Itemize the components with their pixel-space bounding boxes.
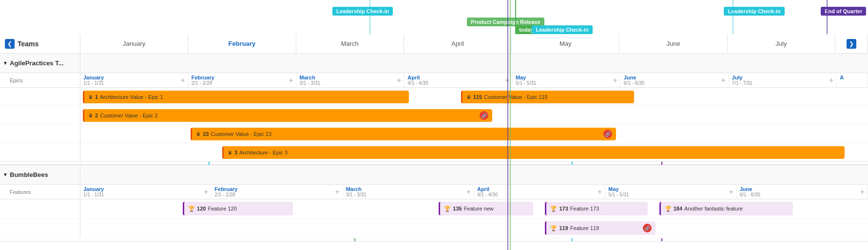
team-label-bumblebees: ▾ BumbleBees [0,165,80,184]
month-header-apr: April [404,34,512,53]
teams-label: Teams [18,40,39,48]
team1-feb-add[interactable]: + [289,77,293,84]
marker-leadership-checkin-1: Leadership Check-in [332,7,393,16]
feature-bar-135[interactable]: 🏆 135 Feature new [439,202,533,215]
link-icon-119[interactable]: 🔗 [643,224,652,232]
team2-jan-add[interactable]: + [204,188,208,196]
epic-row-3-grid: ♛ 23 Customer Value - Epic 23 🔗 [80,125,868,143]
team2-feb-add[interactable]: + [335,188,339,196]
vline-leadership-3 [733,0,733,34]
collapse-icon-bumblebees[interactable]: ▾ [4,172,7,178]
trophy-icon-173: 🏆 [550,206,557,212]
team2-sub-text: Features [10,189,31,195]
feature-row-1: 🏆 120 Feature 120 🏆 135 Feature new 🏆 17… [0,199,868,219]
feature-bar-120[interactable]: 🏆 120 Feature 120 [183,202,293,215]
team2-feb-cell: February 2/1 - 2/28 + [212,185,343,199]
team2-jun-cell: June 6/1 - 6/30 + [737,185,868,199]
team-row-agile: ▾ AgilePractices T... [0,54,868,73]
epic-3-id: 3 [234,150,237,155]
team1-apr-add[interactable]: + [505,77,509,84]
markers-row: Leadership Check-in End of Quarter Produ… [80,0,868,34]
team1-jul-cell: July 7/1 - 7/31 + [729,73,837,87]
marker-leadership-checkin-3: Leadership Check-in [724,7,784,16]
marker-leadership-checkin-2: Leadership Check-in [532,25,592,34]
team1-may-add[interactable]: + [613,77,617,84]
epic-row-4-grid: ♛ 3 Architecture - Epic 3 [80,143,868,161]
teams-header: ❮ Teams [0,34,80,53]
feature-120-id: 120 [197,206,206,212]
team1-may-cell: May 5/1 - 5/31 + [513,73,621,87]
feature-173-id: 173 [559,206,568,212]
team-name-bumblebees: BumbleBees [10,171,48,178]
feature-184-label: Another fantastic feature [684,206,743,212]
epic-row-1: ♛ 1 Architecture Value - Epic 1 ♛ 115 Cu… [0,88,868,106]
today-line [515,0,516,34]
feature-bar-119[interactable]: 🏆 119 Feature 119 🔗 [545,221,655,235]
epic-row-1-grid: ♛ 1 Architecture Value - Epic 1 ♛ 115 Cu… [80,88,868,106]
nav-left-button[interactable]: ❮ [5,39,15,49]
team1-jun-add[interactable]: + [721,77,725,84]
team1-jan-add[interactable]: + [180,77,185,84]
team1-sub-label: Epics [0,73,80,87]
team1-date-header: Epics January 1/1 - 1/31 + Februar [0,73,868,88]
team-row-bumblebees: ▾ BumbleBees [0,165,868,185]
feature-bar-173[interactable]: 🏆 173 Feature 173 [545,202,647,215]
today-marker-team2 [354,238,355,241]
month-header-feb: February [188,34,296,53]
crown-icon-3: ♛ [228,150,232,156]
trophy-icon-135: 🏆 [444,206,451,212]
epic-bar-2[interactable]: ♛ 2 Customer Value - Epic 2 🔗 [83,109,492,122]
trophy-icon-120: 🏆 [188,206,195,212]
month-header-mar: March [296,34,404,53]
team2-jun-add[interactable]: + [860,188,865,196]
team1-mar-cell: March 3/1 - 3/31 + [297,73,405,87]
team2-apr-cell: April 4/1 - 4/30 + [474,185,605,199]
feature-119-id: 119 [559,225,568,231]
epic-row-3: ♛ 23 Customer Value - Epic 23 🔗 [0,125,868,143]
month-header-extra: ❯ [835,34,868,53]
trophy-icon-184: 🏆 [665,206,672,212]
epic-bar-3[interactable]: ♛ 3 Architecture - Epic 3 [222,146,845,159]
feature-135-label: Feature new [464,206,494,212]
epic-row-4: ♛ 3 Architecture - Epic 3 [0,143,868,162]
team2-jan-cell: January 1/1 - 1/31 + [80,185,212,199]
feature-row-2: 🏆 119 Feature 119 🔗 [0,219,868,238]
team2-sub-label: Features [0,185,80,199]
team1-mar-add[interactable]: + [397,77,401,84]
epic-1-id: 1 [95,94,98,100]
team1-extra-cell: A [837,73,868,87]
team2-mar-add[interactable]: + [466,188,471,196]
feature-173-label: Feature 173 [570,206,599,212]
timeline-container: Leadership Check-in End of Quarter Produ… [0,0,868,250]
month-header-jul: July [728,34,835,53]
marker-today: today [515,25,537,34]
nav-right-button[interactable]: ❯ [847,39,856,49]
team2-apr-add[interactable]: + [598,188,602,196]
epic-23-id: 23 [203,131,209,137]
epic-row-2: ♛ 2 Customer Value - Epic 2 🔗 [0,106,868,125]
epic-bar-23[interactable]: ♛ 23 Customer Value - Epic 23 🔗 [191,128,616,140]
team1-jan-cell: January 1/1 - 1/31 + [80,73,189,87]
team1-jul-add[interactable]: + [829,77,833,84]
link-icon-2[interactable]: 🔗 [480,111,488,120]
crown-icon-115: ♛ [466,94,471,100]
trophy-icon-119: 🏆 [550,225,557,231]
epic-bar-115[interactable]: ♛ 115 Customer Value - Epic 115 [461,91,635,103]
epic-2-label: Customer Value - Epic 2 [100,113,157,118]
feature-184-id: 184 [674,206,682,212]
team1-bottom-markers [0,162,868,165]
link-icon-23[interactable]: 🔗 [603,130,612,138]
team2-bottom-markers [0,238,868,241]
feature-row-1-grid: 🏆 120 Feature 120 🏆 135 Feature new 🏆 17… [80,199,868,218]
month-headers: January February March April May June Ju… [80,34,868,53]
feature-119-label: Feature 119 [570,225,599,231]
epic-row-1-sidebar [0,88,80,106]
epic-bar-1[interactable]: ♛ 1 Architecture Value - Epic 1 [83,91,409,103]
team2-may-add[interactable]: + [729,188,733,196]
crown-icon-2: ♛ [88,113,93,119]
feature-bar-184[interactable]: 🏆 184 Another fantastic feature [659,202,793,215]
header-row: ❮ Teams January February March April May… [0,34,868,54]
epic-115-label: Customer Value - Epic 115 [484,94,548,100]
collapse-icon-agile[interactable]: ▾ [4,60,7,66]
epic-2-id: 2 [95,113,98,118]
